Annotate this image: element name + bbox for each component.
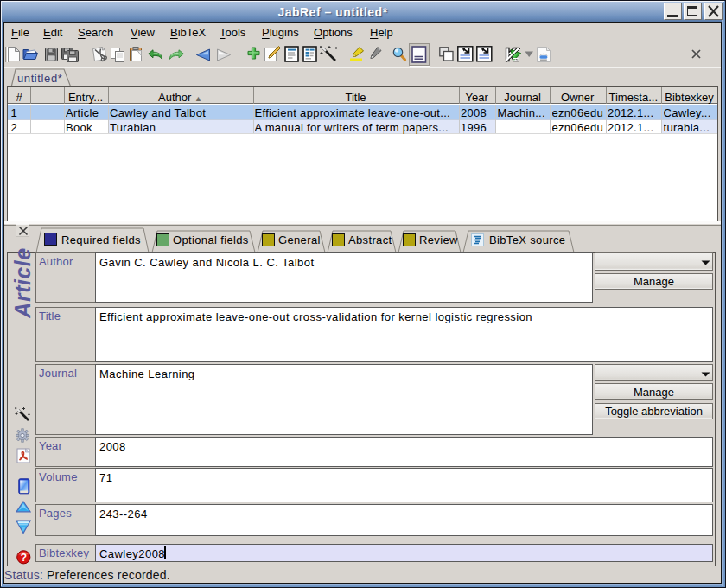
svg-text:?: ? <box>21 552 27 564</box>
